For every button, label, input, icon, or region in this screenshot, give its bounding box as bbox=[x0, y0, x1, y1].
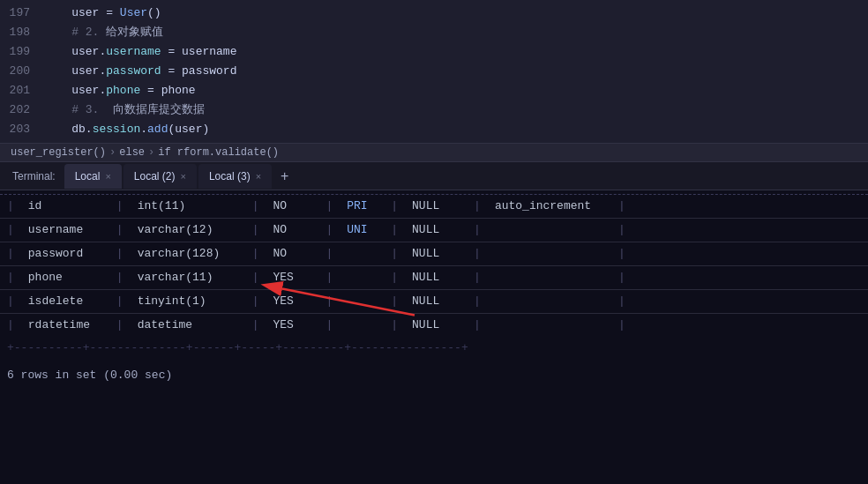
row-sep: | bbox=[384, 195, 405, 218]
tab-local3-label: Local (3) bbox=[209, 170, 251, 182]
tab-local2-close[interactable]: × bbox=[181, 171, 186, 182]
line-content: # 3. 向数据库提交数据 bbox=[44, 101, 868, 120]
line-content: user.password = password bbox=[44, 62, 868, 81]
type-varchar128: varchar(128) bbox=[131, 242, 245, 265]
row-sep: | bbox=[109, 314, 131, 337]
row-sep: | bbox=[611, 314, 632, 337]
tab-local2-label: Local (2) bbox=[134, 170, 176, 182]
terminal-tab-local3[interactable]: Local (3) × bbox=[198, 164, 272, 189]
row-sep: | bbox=[467, 314, 488, 337]
type-tinyint: tinyint(1) bbox=[131, 290, 245, 313]
key-empty bbox=[340, 301, 384, 302]
breadcrumb-separator: › bbox=[148, 146, 154, 159]
row-sep: | bbox=[109, 290, 131, 313]
row-sep: | bbox=[467, 195, 488, 218]
row-sep: | bbox=[467, 219, 488, 242]
code-editor: 197 user = User() 198 # 2. 给对象赋值 199 use… bbox=[0, 0, 868, 143]
line-content: db.session.add(user) bbox=[44, 120, 868, 139]
line-content: # 2. 给对象赋值 bbox=[44, 23, 868, 42]
null-no: NO bbox=[266, 242, 318, 265]
default-null: NULL bbox=[405, 266, 467, 289]
row-sep: | bbox=[467, 290, 488, 313]
row-sep: | bbox=[109, 266, 131, 289]
table-row: | username | varchar(12) | NO | UNI | NU… bbox=[0, 218, 868, 242]
terminal-content: | id | int(11) | NO | PRI | NULL | auto_… bbox=[0, 190, 868, 484]
key-empty bbox=[340, 324, 384, 326]
row-sep: | bbox=[0, 195, 21, 218]
line-number: 199 bbox=[0, 42, 44, 62]
default-null: NULL bbox=[405, 242, 467, 265]
type-datetime: datetime bbox=[131, 314, 245, 337]
row-sep: | bbox=[318, 290, 340, 313]
row-sep: | bbox=[0, 219, 21, 242]
row-sep: | bbox=[611, 242, 632, 265]
code-line-202: 202 # 3. 向数据库提交数据 bbox=[0, 101, 868, 120]
terminal-tab-local2[interactable]: Local (2) × bbox=[123, 164, 197, 189]
default-null: NULL bbox=[405, 314, 467, 337]
line-number: 197 bbox=[0, 4, 44, 23]
field-rdatetime: rdatetime bbox=[21, 314, 109, 337]
null-yes: YES bbox=[266, 290, 318, 313]
extra-empty bbox=[488, 277, 611, 279]
field-username: username bbox=[21, 219, 109, 242]
row-sep: | bbox=[611, 219, 632, 242]
terminal-tab-local[interactable]: Local × bbox=[64, 164, 122, 189]
add-terminal-tab-button[interactable]: + bbox=[273, 168, 296, 184]
type-varchar11: varchar(11) bbox=[131, 266, 245, 289]
row-sep: | bbox=[467, 242, 488, 265]
row-sep: | bbox=[611, 290, 632, 313]
row-sep: | bbox=[245, 266, 266, 289]
code-line-200: 200 user.password = password bbox=[0, 62, 868, 81]
row-sep: | bbox=[109, 242, 131, 265]
row-sep: | bbox=[0, 314, 21, 337]
breadcrumb-separator: › bbox=[109, 146, 116, 159]
db-table: | id | int(11) | NO | PRI | NULL | auto_… bbox=[0, 194, 868, 360]
code-line-199: 199 user.username = username bbox=[0, 42, 868, 62]
tab-local3-close[interactable]: × bbox=[256, 171, 261, 182]
table-row: | phone | varchar(11) | YES | | NULL | | bbox=[0, 265, 868, 289]
null-no: NO bbox=[266, 219, 318, 242]
code-line-198: 198 # 2. 给对象赋值 bbox=[0, 23, 868, 42]
table-separator-bottom: +----------+--------------+------+-----+… bbox=[0, 337, 868, 360]
key-empty bbox=[340, 277, 384, 279]
terminal-tabs-bar: Terminal: Local × Local (2) × Local (3) … bbox=[0, 162, 868, 190]
field-password: password bbox=[21, 242, 109, 265]
row-sep: | bbox=[245, 290, 266, 313]
default-null: NULL bbox=[405, 219, 467, 242]
line-number: 202 bbox=[0, 101, 44, 120]
extra-auto: auto_increment bbox=[488, 195, 611, 218]
line-content: user.phone = phone bbox=[44, 81, 868, 101]
row-sep: | bbox=[109, 219, 131, 242]
null-no: NO bbox=[266, 195, 318, 218]
key-uni: UNI bbox=[340, 219, 384, 242]
key-empty bbox=[340, 253, 384, 255]
line-content: user = User() bbox=[44, 4, 868, 23]
line-number: 201 bbox=[0, 81, 44, 101]
field-isdelete: isdelete bbox=[21, 290, 109, 313]
key-pri: PRI bbox=[340, 195, 384, 218]
line-number: 200 bbox=[0, 62, 44, 81]
row-sep: | bbox=[0, 290, 21, 313]
row-sep: | bbox=[245, 242, 266, 265]
type-varchar12: varchar(12) bbox=[131, 219, 245, 242]
row-sep: | bbox=[0, 266, 21, 289]
row-sep: | bbox=[318, 195, 340, 218]
row-sep: | bbox=[318, 242, 340, 265]
field-id: id bbox=[21, 195, 109, 218]
db-status-line: 6 rows in set (0.00 sec) bbox=[0, 360, 868, 391]
row-sep: | bbox=[611, 195, 632, 218]
table-row: | id | int(11) | NO | PRI | NULL | auto_… bbox=[0, 194, 868, 218]
row-sep: | bbox=[384, 219, 405, 242]
row-sep: | bbox=[384, 290, 405, 313]
code-line-201: 201 user.phone = phone bbox=[0, 81, 868, 101]
row-sep: | bbox=[384, 314, 405, 337]
breadcrumb-item-3: if rform.validate() bbox=[158, 146, 279, 159]
extra-empty bbox=[488, 253, 611, 255]
tab-local-close[interactable]: × bbox=[105, 171, 110, 182]
row-sep: | bbox=[245, 219, 266, 242]
terminal-label: Terminal: bbox=[9, 170, 64, 182]
row-sep: | bbox=[245, 314, 266, 337]
row-sep: | bbox=[245, 195, 266, 218]
row-sep: | bbox=[109, 195, 131, 218]
null-yes: YES bbox=[266, 266, 318, 289]
